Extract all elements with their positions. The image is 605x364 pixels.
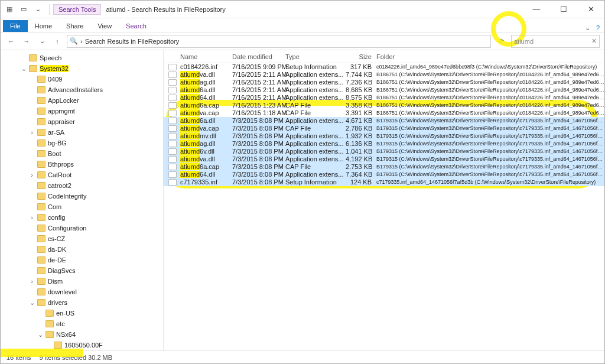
- nav-back-button[interactable]: ←: [5, 35, 17, 47]
- folder-tree[interactable]: Speech⌄System320409AdvancedInstallersApp…: [1, 50, 164, 350]
- result-row[interactable]: atiumd6v.dll7/3/2015 8:08 PMApplication …: [164, 148, 604, 155]
- tree-item[interactable]: Boot: [1, 148, 163, 159]
- result-row[interactable]: atiumd6a.dll7/16/2015 2:11 AMApplication…: [164, 86, 604, 94]
- cell-size: 7,236 KB: [346, 79, 376, 86]
- qat-newfolder-icon[interactable]: ▭: [17, 3, 30, 16]
- result-row[interactable]: atiumdva.dll7/3/2015 8:08 PMApplication …: [164, 155, 604, 163]
- search-clear-icon[interactable]: ✕: [591, 37, 597, 45]
- result-row[interactable]: atiumd6a.cap7/16/2015 1:23 AMCAP File3,3…: [164, 102, 604, 109]
- tree-item[interactable]: Speech: [1, 53, 163, 63]
- nav-recent-button[interactable]: ⌄: [36, 35, 48, 47]
- tree-item[interactable]: appraiser: [1, 116, 163, 127]
- ribbon-tab-search[interactable]: Search: [119, 20, 154, 32]
- tree-item-label: etc: [56, 320, 65, 327]
- tree-item[interactable]: en-US: [1, 308, 163, 318]
- result-row[interactable]: c7179335.inf7/3/2015 8:08 PMSetup Inform…: [164, 178, 604, 186]
- folder-icon: [37, 129, 45, 136]
- nav-up-button[interactable]: ↑: [51, 35, 63, 47]
- close-button[interactable]: ✕: [577, 1, 604, 18]
- folder-icon: [37, 118, 45, 125]
- result-row[interactable]: atiumd6a.dll7/3/2015 8:08 PMApplication …: [164, 117, 604, 125]
- tree-item[interactable]: 1605050.00F: [1, 340, 163, 350]
- result-row[interactable]: atiumdag.dll7/3/2015 8:08 PMApplication …: [164, 140, 604, 148]
- qat-customize-icon[interactable]: ⌄: [31, 3, 44, 16]
- refresh-button[interactable]: ⟳: [495, 35, 508, 48]
- chevron-icon[interactable]: ⌄: [37, 331, 43, 339]
- tree-item[interactable]: AdvancedInstallers: [1, 84, 163, 95]
- tree-item[interactable]: ›Dism: [1, 276, 163, 287]
- ribbon-tab-file[interactable]: File: [3, 20, 28, 32]
- cell-date: 7/3/2015 8:08 PM: [232, 148, 285, 155]
- col-size[interactable]: Size: [346, 53, 376, 60]
- tree-item[interactable]: downlevel: [1, 287, 163, 297]
- tree-item-label: AppLocker: [48, 97, 79, 104]
- search-tools-context-tab[interactable]: Search Tools: [53, 4, 101, 15]
- folder-icon: [37, 182, 45, 189]
- tree-item[interactable]: ›ar-SA: [1, 127, 163, 138]
- ribbon-expand-icon[interactable]: ⌄: [585, 24, 590, 32]
- ribbon-tab-home[interactable]: Home: [28, 20, 59, 32]
- ribbon-tab-view[interactable]: View: [90, 20, 119, 32]
- tree-item[interactable]: Configuration: [1, 223, 163, 233]
- tree-item[interactable]: appmgmt: [1, 106, 163, 116]
- ribbon-help-icon[interactable]: ?: [596, 24, 600, 32]
- tree-item[interactable]: 0409: [1, 74, 163, 84]
- tree-item[interactable]: ›CatRoot: [1, 170, 163, 180]
- tree-item[interactable]: cs-CZ: [1, 233, 163, 244]
- chevron-icon[interactable]: ›: [29, 129, 35, 136]
- chevron-icon[interactable]: ›: [29, 214, 35, 221]
- cell-date: 7/3/2015 8:08 PM: [232, 140, 285, 148]
- status-selection-info: 9 items selected 30.2 MB: [40, 354, 113, 361]
- qat-properties-icon[interactable]: ▦: [3, 3, 16, 16]
- tree-item[interactable]: AppLocker: [1, 95, 163, 106]
- tree-item[interactable]: etc: [1, 318, 163, 329]
- tree-item[interactable]: de-DE: [1, 255, 163, 265]
- tree-item[interactable]: da-DK: [1, 244, 163, 255]
- chevron-icon[interactable]: ⌄: [29, 299, 35, 307]
- result-row[interactable]: atiumdag.dll7/16/2015 2:11 AMApplication…: [164, 79, 604, 86]
- address-bar[interactable]: 🔍 › Search Results in FileRepository: [67, 35, 491, 48]
- tree-item[interactable]: catroot2: [1, 180, 163, 191]
- result-row[interactable]: atiumd64.dll7/16/2015 2:11 AMApplication…: [164, 94, 604, 102]
- cell-size: 1,932 KB: [346, 132, 376, 140]
- col-folder[interactable]: Folder: [376, 53, 604, 60]
- search-input[interactable]: atiumd ✕: [511, 35, 600, 48]
- maximize-button[interactable]: ☐: [550, 1, 577, 18]
- file-icon: [168, 95, 177, 101]
- tree-item[interactable]: ⌄drivers: [1, 297, 163, 308]
- navbar: ← → ⌄ ↑ 🔍 › Search Results in FileReposi…: [1, 32, 604, 50]
- chevron-icon[interactable]: ⌄: [21, 65, 27, 73]
- tree-item[interactable]: ›config: [1, 212, 163, 223]
- minimize-button[interactable]: —: [523, 1, 550, 18]
- tree-item[interactable]: Com: [1, 202, 163, 212]
- chevron-icon[interactable]: ›: [29, 171, 35, 178]
- cell-folder: B179315 (C:\Windows\System32\DriverStore…: [376, 155, 604, 163]
- col-name[interactable]: Name: [180, 53, 232, 60]
- folder-icon: [45, 331, 54, 338]
- result-row[interactable]: atiumd64.dll7/3/2015 8:08 PMApplication …: [164, 171, 604, 178]
- result-row[interactable]: atiumdva.cap7/16/2015 1:18 AMCAP File3,3…: [164, 109, 604, 117]
- result-row[interactable]: atiumdva.cap7/3/2015 8:08 PMCAP File2,78…: [164, 125, 604, 132]
- tree-item[interactable]: ⌄System32: [1, 63, 163, 74]
- address-crumb[interactable]: Search Results in FileRepository: [85, 38, 180, 45]
- result-row[interactable]: atiumdmv.dll7/3/2015 8:08 PMApplication …: [164, 132, 604, 140]
- chevron-icon[interactable]: ›: [29, 278, 35, 285]
- cell-folder: c0184226.inf_amd64_989e47ed6bbc98f3 (C:\…: [376, 63, 604, 71]
- col-type[interactable]: Type: [285, 53, 346, 60]
- tree-item[interactable]: CodeIntegrity: [1, 191, 163, 202]
- tree-item[interactable]: bg-BG: [1, 138, 163, 148]
- tree-item[interactable]: Bthprops: [1, 159, 163, 170]
- result-row[interactable]: atiumdva.dll7/16/2015 2:11 AMApplication…: [164, 71, 604, 79]
- folder-icon: [37, 246, 45, 253]
- tree-item[interactable]: DiagSvcs: [1, 265, 163, 276]
- nav-forward-button[interactable]: →: [21, 35, 32, 47]
- result-row[interactable]: c0184226.inf7/16/2015 9:09 PMSetup Infor…: [164, 63, 604, 71]
- col-date[interactable]: Date modified: [232, 53, 285, 60]
- ribbon-tab-share[interactable]: Share: [59, 20, 90, 32]
- tree-item[interactable]: ⌄NSx64: [1, 329, 163, 340]
- result-row[interactable]: atiumd6a.cap7/3/2015 8:08 PMCAP File2,75…: [164, 163, 604, 171]
- results-rows[interactable]: c0184226.inf7/16/2015 9:09 PMSetup Infor…: [164, 63, 604, 350]
- column-headers[interactable]: Name Date modified Type Size Folder: [164, 50, 604, 63]
- results-list: Name Date modified Type Size Folder c018…: [164, 50, 604, 350]
- cell-name: atiumdva.cap: [180, 109, 232, 117]
